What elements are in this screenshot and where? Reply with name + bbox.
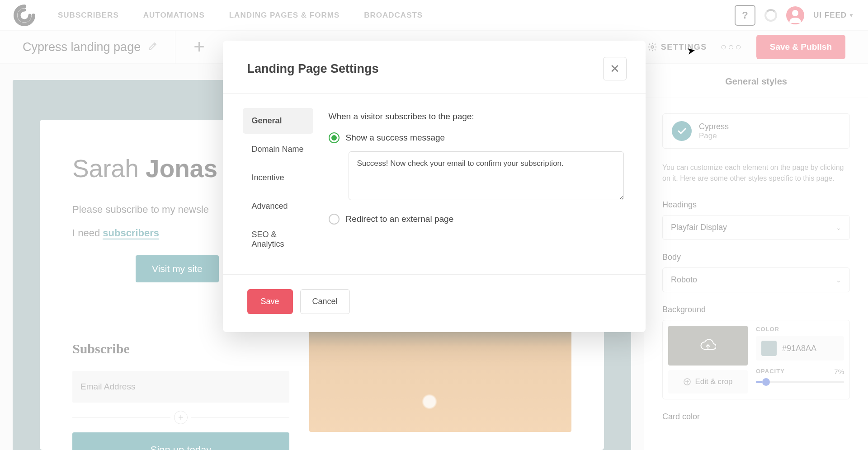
close-icon: ✕ xyxy=(610,62,620,76)
settings-modal: Landing Page Settings ✕ General Domain N… xyxy=(223,41,646,332)
modal-title: Landing Page Settings xyxy=(247,62,379,76)
radio-icon xyxy=(329,132,340,143)
tab-seo[interactable]: SEO & Analytics xyxy=(243,222,313,257)
modal-tabs: General Domain Name Incentive Advanced S… xyxy=(223,94,324,274)
tab-incentive[interactable]: Incentive xyxy=(243,165,313,191)
modal-overlay: Landing Page Settings ✕ General Domain N… xyxy=(0,0,868,450)
radio-redirect[interactable]: Redirect to an external page xyxy=(329,214,624,225)
modal-header: Landing Page Settings ✕ xyxy=(223,41,646,93)
tab-general[interactable]: General xyxy=(243,108,313,134)
content-label: When a visitor subscribes to the page: xyxy=(329,112,624,122)
tab-advanced[interactable]: Advanced xyxy=(243,193,313,219)
cancel-button[interactable]: Cancel xyxy=(300,289,350,314)
radio-success-label: Show a success message xyxy=(346,133,445,143)
modal-footer: Save Cancel xyxy=(223,274,646,332)
tab-domain[interactable]: Domain Name xyxy=(243,136,313,162)
radio-redirect-label: Redirect to an external page xyxy=(346,214,454,224)
radio-icon xyxy=(329,214,340,225)
success-message-input[interactable] xyxy=(349,151,624,200)
radio-success[interactable]: Show a success message xyxy=(329,132,624,143)
modal-content: When a visitor subscribes to the page: S… xyxy=(324,94,646,274)
close-button[interactable]: ✕ xyxy=(603,57,627,80)
modal-body: General Domain Name Incentive Advanced S… xyxy=(223,93,646,274)
save-button[interactable]: Save xyxy=(247,289,293,314)
